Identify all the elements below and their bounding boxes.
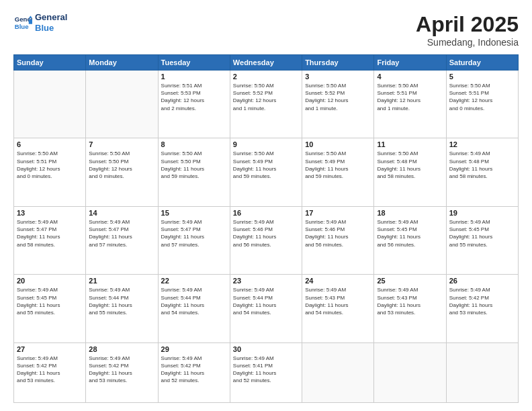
day-number: 27 bbox=[17, 345, 83, 353]
calendar-cell bbox=[302, 342, 374, 402]
weekday-header-tuesday: Tuesday bbox=[158, 55, 230, 71]
calendar-week-row: 1Sunrise: 5:51 AM Sunset: 5:53 PM Daylig… bbox=[14, 71, 519, 138]
calendar-cell: 6Sunrise: 5:50 AM Sunset: 5:51 PM Daylig… bbox=[14, 138, 86, 206]
calendar-table: SundayMondayTuesdayWednesdayThursdayFrid… bbox=[13, 54, 519, 403]
day-number: 24 bbox=[305, 277, 371, 285]
calendar-cell bbox=[374, 342, 446, 402]
day-number: 8 bbox=[161, 140, 227, 148]
calendar-cell: 1Sunrise: 5:51 AM Sunset: 5:53 PM Daylig… bbox=[158, 71, 230, 138]
calendar-cell: 3Sunrise: 5:50 AM Sunset: 5:52 PM Daylig… bbox=[302, 71, 374, 138]
day-number: 20 bbox=[17, 277, 83, 285]
day-info: Sunrise: 5:50 AM Sunset: 5:50 PM Dayligh… bbox=[89, 150, 154, 180]
day-number: 2 bbox=[233, 73, 299, 81]
calendar-cell: 4Sunrise: 5:50 AM Sunset: 5:51 PM Daylig… bbox=[374, 71, 446, 138]
day-info: Sunrise: 5:49 AM Sunset: 5:47 PM Dayligh… bbox=[161, 218, 227, 248]
weekday-header-saturday: Saturday bbox=[446, 55, 518, 71]
day-info: Sunrise: 5:50 AM Sunset: 5:49 PM Dayligh… bbox=[305, 150, 371, 180]
day-number: 15 bbox=[161, 209, 227, 217]
day-number: 22 bbox=[161, 277, 227, 285]
day-number: 12 bbox=[449, 140, 515, 148]
day-number: 5 bbox=[449, 73, 515, 81]
day-info: Sunrise: 5:49 AM Sunset: 5:42 PM Dayligh… bbox=[449, 286, 515, 316]
calendar-week-row: 20Sunrise: 5:49 AM Sunset: 5:45 PM Dayli… bbox=[14, 275, 519, 342]
day-info: Sunrise: 5:49 AM Sunset: 5:45 PM Dayligh… bbox=[17, 286, 83, 316]
day-info: Sunrise: 5:50 AM Sunset: 5:49 PM Dayligh… bbox=[233, 150, 299, 180]
day-info: Sunrise: 5:49 AM Sunset: 5:47 PM Dayligh… bbox=[17, 218, 83, 248]
weekday-header-wednesday: Wednesday bbox=[230, 55, 302, 71]
day-info: Sunrise: 5:50 AM Sunset: 5:52 PM Dayligh… bbox=[233, 82, 299, 112]
weekday-header-monday: Monday bbox=[86, 55, 158, 71]
day-number: 29 bbox=[161, 345, 227, 353]
day-info: Sunrise: 5:49 AM Sunset: 5:42 PM Dayligh… bbox=[17, 355, 83, 385]
calendar-cell: 26Sunrise: 5:49 AM Sunset: 5:42 PM Dayli… bbox=[446, 275, 518, 342]
day-info: Sunrise: 5:49 AM Sunset: 5:41 PM Dayligh… bbox=[233, 355, 299, 385]
header: General Blue General Blue April 2025 Sum… bbox=[13, 12, 519, 48]
day-info: Sunrise: 5:51 AM Sunset: 5:53 PM Dayligh… bbox=[161, 82, 227, 112]
day-number: 30 bbox=[233, 345, 299, 353]
calendar-cell: 2Sunrise: 5:50 AM Sunset: 5:52 PM Daylig… bbox=[230, 71, 302, 138]
calendar-cell: 12Sunrise: 5:49 AM Sunset: 5:48 PM Dayli… bbox=[446, 138, 518, 206]
day-number: 6 bbox=[17, 140, 83, 148]
day-number: 16 bbox=[233, 209, 299, 217]
day-info: Sunrise: 5:49 AM Sunset: 5:47 PM Dayligh… bbox=[89, 218, 154, 248]
calendar-cell: 9Sunrise: 5:50 AM Sunset: 5:49 PM Daylig… bbox=[230, 138, 302, 206]
calendar-cell: 16Sunrise: 5:49 AM Sunset: 5:46 PM Dayli… bbox=[230, 206, 302, 274]
day-info: Sunrise: 5:49 AM Sunset: 5:43 PM Dayligh… bbox=[305, 286, 371, 316]
day-info: Sunrise: 5:49 AM Sunset: 5:46 PM Dayligh… bbox=[233, 218, 299, 248]
calendar-cell: 11Sunrise: 5:50 AM Sunset: 5:48 PM Dayli… bbox=[374, 138, 446, 206]
calendar-cell: 8Sunrise: 5:50 AM Sunset: 5:50 PM Daylig… bbox=[158, 138, 230, 206]
day-number: 23 bbox=[233, 277, 299, 285]
calendar-week-row: 27Sunrise: 5:49 AM Sunset: 5:42 PM Dayli… bbox=[14, 342, 519, 402]
calendar-cell: 28Sunrise: 5:49 AM Sunset: 5:42 PM Dayli… bbox=[86, 342, 158, 402]
calendar-cell: 13Sunrise: 5:49 AM Sunset: 5:47 PM Dayli… bbox=[14, 206, 86, 274]
day-info: Sunrise: 5:49 AM Sunset: 5:45 PM Dayligh… bbox=[377, 218, 443, 248]
day-info: Sunrise: 5:49 AM Sunset: 5:44 PM Dayligh… bbox=[161, 286, 227, 316]
day-number: 28 bbox=[89, 345, 154, 353]
calendar-cell: 21Sunrise: 5:49 AM Sunset: 5:44 PM Dayli… bbox=[86, 275, 158, 342]
day-number: 21 bbox=[89, 277, 154, 285]
calendar-cell: 30Sunrise: 5:49 AM Sunset: 5:41 PM Dayli… bbox=[230, 342, 302, 402]
day-number: 19 bbox=[449, 209, 515, 217]
day-info: Sunrise: 5:49 AM Sunset: 5:42 PM Dayligh… bbox=[89, 355, 154, 385]
logo-name-line2: Blue bbox=[35, 23, 67, 34]
day-number: 14 bbox=[89, 209, 154, 217]
calendar-cell: 14Sunrise: 5:49 AM Sunset: 5:47 PM Dayli… bbox=[86, 206, 158, 274]
day-number: 17 bbox=[305, 209, 371, 217]
calendar-cell: 29Sunrise: 5:49 AM Sunset: 5:42 PM Dayli… bbox=[158, 342, 230, 402]
calendar-cell: 20Sunrise: 5:49 AM Sunset: 5:45 PM Dayli… bbox=[14, 275, 86, 342]
day-info: Sunrise: 5:49 AM Sunset: 5:45 PM Dayligh… bbox=[449, 218, 515, 248]
day-info: Sunrise: 5:50 AM Sunset: 5:48 PM Dayligh… bbox=[377, 150, 443, 180]
day-number: 9 bbox=[233, 140, 299, 148]
calendar-week-row: 6Sunrise: 5:50 AM Sunset: 5:51 PM Daylig… bbox=[14, 138, 519, 206]
day-info: Sunrise: 5:50 AM Sunset: 5:50 PM Dayligh… bbox=[161, 150, 227, 180]
calendar-week-row: 13Sunrise: 5:49 AM Sunset: 5:47 PM Dayli… bbox=[14, 206, 519, 274]
calendar-cell: 25Sunrise: 5:49 AM Sunset: 5:43 PM Dayli… bbox=[374, 275, 446, 342]
calendar-cell: 15Sunrise: 5:49 AM Sunset: 5:47 PM Dayli… bbox=[158, 206, 230, 274]
day-info: Sunrise: 5:50 AM Sunset: 5:51 PM Dayligh… bbox=[377, 82, 443, 112]
day-number: 10 bbox=[305, 140, 371, 148]
page: General Blue General Blue April 2025 Sum… bbox=[0, 0, 532, 411]
svg-text:Blue: Blue bbox=[15, 22, 29, 30]
calendar-cell: 19Sunrise: 5:49 AM Sunset: 5:45 PM Dayli… bbox=[446, 206, 518, 274]
calendar-cell: 18Sunrise: 5:49 AM Sunset: 5:45 PM Dayli… bbox=[374, 206, 446, 274]
day-info: Sunrise: 5:49 AM Sunset: 5:48 PM Dayligh… bbox=[449, 150, 515, 180]
day-info: Sunrise: 5:49 AM Sunset: 5:43 PM Dayligh… bbox=[377, 286, 443, 316]
weekday-header-thursday: Thursday bbox=[302, 55, 374, 71]
calendar-cell: 5Sunrise: 5:50 AM Sunset: 5:51 PM Daylig… bbox=[446, 71, 518, 138]
day-number: 7 bbox=[89, 140, 154, 148]
weekday-header-friday: Friday bbox=[374, 55, 446, 71]
day-number: 1 bbox=[161, 73, 227, 81]
day-number: 13 bbox=[17, 209, 83, 217]
day-number: 26 bbox=[449, 277, 515, 285]
calendar-cell: 10Sunrise: 5:50 AM Sunset: 5:49 PM Dayli… bbox=[302, 138, 374, 206]
calendar-cell: 27Sunrise: 5:49 AM Sunset: 5:42 PM Dayli… bbox=[14, 342, 86, 402]
calendar-header-row: SundayMondayTuesdayWednesdayThursdayFrid… bbox=[14, 55, 519, 71]
day-number: 3 bbox=[305, 73, 371, 81]
calendar-title: April 2025 bbox=[416, 12, 519, 37]
day-info: Sunrise: 5:50 AM Sunset: 5:51 PM Dayligh… bbox=[449, 82, 515, 112]
calendar-cell: 7Sunrise: 5:50 AM Sunset: 5:50 PM Daylig… bbox=[86, 138, 158, 206]
calendar-cell bbox=[86, 71, 158, 138]
day-number: 4 bbox=[377, 73, 443, 81]
day-info: Sunrise: 5:49 AM Sunset: 5:44 PM Dayligh… bbox=[89, 286, 154, 316]
weekday-header-sunday: Sunday bbox=[14, 55, 86, 71]
